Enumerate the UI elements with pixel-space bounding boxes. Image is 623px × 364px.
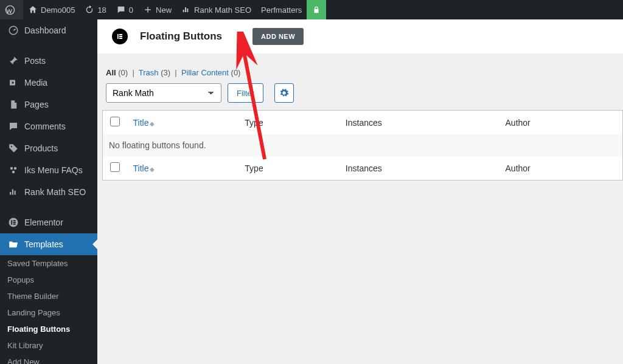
sidebar-item-posts[interactable]: Posts	[0, 50, 97, 72]
empty-state: No floating buttons found.	[103, 134, 623, 156]
submenu-add-new[interactable]: Add New	[0, 354, 97, 364]
gear-icon	[279, 88, 289, 98]
rankmath-label: Rank Math SEO	[194, 5, 251, 15]
comment-icon	[7, 120, 19, 132]
content-area: Floating Buttons ADD NEW All (0) | Trash…	[97, 19, 623, 364]
col-instances[interactable]: Instances	[339, 111, 499, 135]
filter-all[interactable]: All	[106, 68, 116, 77]
sort-icon: ◆	[150, 120, 155, 127]
updates-link[interactable]: 18	[80, 0, 111, 19]
svg-rect-12	[117, 34, 119, 39]
sidebar-item-media[interactable]: Media	[0, 72, 97, 94]
updates-count: 18	[97, 5, 106, 15]
sidebar-item-comments[interactable]: Comments	[0, 115, 97, 137]
svg-rect-9	[13, 220, 16, 221]
svg-point-3	[11, 146, 12, 147]
svg-rect-8	[11, 220, 12, 225]
sidebar-item-dashboard[interactable]: Dashboard	[0, 19, 97, 41]
page-title: Floating Buttons	[140, 30, 222, 43]
svg-point-5	[14, 167, 17, 170]
sidebar-item-iksmenu[interactable]: Iks Menu FAQs	[0, 159, 97, 181]
col-title-foot[interactable]: Title◆	[127, 156, 239, 180]
sidebar-label: Templates	[24, 239, 63, 249]
col-type-foot[interactable]: Type	[238, 156, 339, 180]
filter-trash[interactable]: Trash	[139, 68, 159, 77]
elementor-logo-icon	[112, 29, 128, 44]
dashboard-icon	[7, 24, 19, 36]
sidebar-item-rankmath[interactable]: Rank Math SEO	[0, 181, 97, 203]
perfmatters-label: Perfmatters	[261, 5, 302, 15]
submenu-landing-pages[interactable]: Landing Pages	[0, 304, 97, 321]
sidebar-label: Media	[24, 78, 47, 88]
rankmath-filter-select[interactable]: Rank Math	[106, 83, 221, 103]
sidebar-label: Pages	[24, 100, 49, 109]
page-icon	[7, 98, 19, 111]
col-type[interactable]: Type	[238, 111, 339, 135]
site-name-link[interactable]: Demo005	[23, 0, 80, 19]
home-icon	[28, 5, 38, 15]
submenu-kit-library[interactable]: Kit Library	[0, 337, 97, 354]
sidebar-label: Dashboard	[24, 26, 66, 35]
sidebar-item-products[interactable]: Products	[0, 137, 97, 159]
select-all-checkbox-bottom[interactable]	[110, 162, 120, 172]
pin-icon	[7, 55, 19, 67]
col-author[interactable]: Author	[499, 111, 623, 135]
elementor-icon	[7, 216, 19, 228]
tag-icon	[7, 142, 19, 154]
media-icon	[7, 77, 19, 89]
faq-icon	[7, 164, 19, 176]
add-new-button[interactable]: ADD NEW	[252, 28, 304, 45]
sidebar-item-pages[interactable]: Pages	[0, 94, 97, 115]
bar-chart-icon	[181, 5, 191, 15]
sort-icon: ◆	[150, 166, 155, 173]
page-header: Floating Buttons ADD NEW	[97, 19, 623, 53]
select-all-checkbox-top[interactable]	[110, 117, 120, 126]
wp-logo[interactable]	[0, 0, 23, 19]
bar-chart-icon	[7, 186, 19, 198]
svg-rect-11	[13, 224, 16, 225]
sidebar-item-templates[interactable]: Templates	[0, 233, 97, 255]
submenu-popups[interactable]: Popups	[0, 272, 97, 288]
submenu-floating-buttons[interactable]: Floating Buttons	[0, 321, 97, 337]
refresh-icon	[85, 5, 94, 15]
col-instances-foot[interactable]: Instances	[339, 156, 499, 180]
svg-rect-15	[119, 38, 122, 39]
status-filter-links: All (0) | Trash (3) | Pillar Content (0)	[102, 68, 623, 83]
sidebar-label: Rank Math SEO	[24, 187, 86, 197]
filter-button[interactable]: Filter	[228, 83, 263, 103]
sidebar-label: Comments	[24, 122, 66, 131]
svg-rect-10	[13, 222, 16, 223]
new-label: New	[156, 5, 172, 15]
admin-topbar: Demo005 18 0 New Rank Math SEO Perfmatte…	[0, 0, 623, 19]
col-title[interactable]: Title◆	[127, 111, 239, 135]
rankmath-link[interactable]: Rank Math SEO	[176, 0, 256, 19]
sidebar-label: Posts	[24, 56, 46, 66]
admin-sidebar: Dashboard Posts Media Pages Comments Pro…	[0, 19, 97, 364]
lock-icon	[312, 5, 321, 14]
svg-rect-14	[119, 36, 122, 37]
svg-rect-13	[119, 34, 122, 35]
col-author-foot[interactable]: Author	[499, 156, 623, 180]
lock-indicator[interactable]	[307, 0, 326, 19]
items-table: Title◆ Type Instances Author No floating…	[102, 110, 623, 180]
folder-open-icon	[7, 238, 19, 250]
plus-icon	[143, 5, 153, 15]
sidebar-label: Elementor	[24, 218, 63, 227]
sidebar-label: Iks Menu FAQs	[24, 165, 83, 175]
sidebar-label: Products	[24, 143, 58, 153]
submenu-theme-builder[interactable]: Theme Builder	[0, 288, 97, 304]
site-name: Demo005	[41, 5, 75, 15]
filter-pillar[interactable]: Pillar Content	[181, 68, 229, 77]
svg-point-4	[10, 167, 13, 170]
comments-link[interactable]: 0	[111, 0, 138, 19]
perfmatters-link[interactable]: Perfmatters	[256, 0, 307, 19]
svg-point-6	[12, 171, 15, 174]
new-link[interactable]: New	[138, 0, 176, 19]
submenu-saved-templates[interactable]: Saved Templates	[0, 255, 97, 272]
settings-button[interactable]	[274, 83, 294, 103]
sidebar-item-elementor[interactable]: Elementor	[0, 211, 97, 233]
comment-icon	[116, 5, 126, 15]
comment-count: 0	[129, 5, 133, 15]
